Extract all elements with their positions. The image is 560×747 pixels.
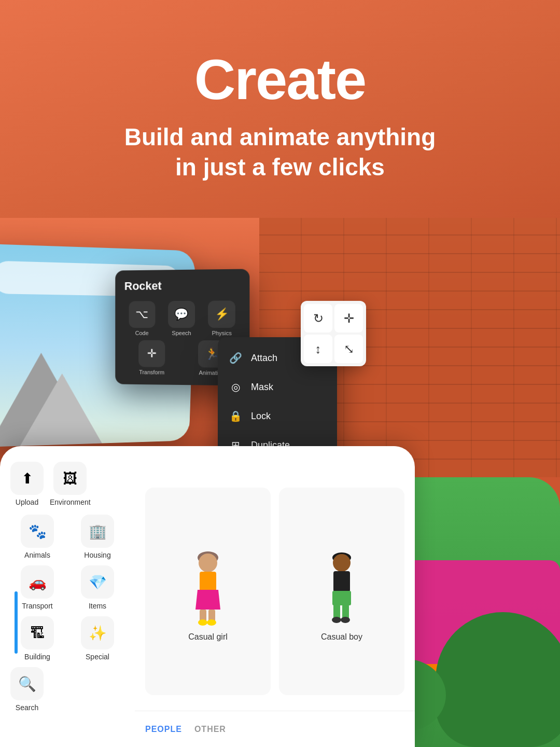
environment-icon: 🖼 (53, 462, 87, 495)
boy-svg (326, 548, 357, 626)
hero-title: Create (194, 46, 366, 112)
rotate-handle[interactable]: ↻ (304, 304, 332, 333)
physics-icon: ⚡ (208, 300, 235, 328)
sidebar-icons: ⬆ Upload 🖼 Environment 🐾 Animals 🏢 Housi… (0, 446, 135, 747)
upload-label: Upload (16, 498, 38, 506)
svg-rect-2 (200, 572, 216, 591)
special-icon: ✨ (81, 616, 114, 649)
lock-label: Lock (251, 411, 271, 422)
bottom-panel: ⬆ Upload 🖼 Environment 🐾 Animals 🏢 Housi… (0, 446, 415, 747)
svg-rect-11 (333, 604, 340, 619)
sidebar-search-row: 🔍 Search (10, 667, 124, 712)
girl-svg (192, 548, 223, 626)
move-handle[interactable]: ✛ (334, 304, 363, 333)
green-bush-right (436, 612, 560, 747)
items-icon: 💎 (81, 565, 114, 599)
animals-icon: 🐾 (21, 515, 54, 548)
rocket-icon-physics[interactable]: ⚡ Physics (204, 300, 240, 336)
svg-point-13 (332, 617, 341, 623)
sidebar-top-items: ⬆ Upload 🖼 Environment (10, 462, 124, 506)
hero-section: Create Build and animate anything in jus… (0, 0, 560, 218)
girl-name: Casual girl (188, 632, 228, 642)
scene-section: Rocket ⌥ Code 💬 Speech ⚡ Physics ✛ Trans… (0, 218, 560, 747)
svg-point-6 (207, 619, 216, 626)
rocket-icon-speech[interactable]: 💬 Speech (164, 301, 200, 336)
lock-icon: 🔒 (228, 409, 243, 423)
mask-label: Mask (251, 382, 273, 393)
housing-label: Housing (84, 551, 110, 559)
mountain-2 (20, 373, 103, 446)
boy-figure (326, 543, 357, 626)
hero-subtitle: Build and animate anything in just a few… (124, 122, 436, 182)
code-label: Code (135, 330, 149, 336)
sidebar-animals[interactable]: 🐾 Animals (10, 515, 64, 559)
bottom-tabs: PEOPLE OTHER (135, 711, 415, 747)
transform-label: Transform (139, 369, 164, 375)
sidebar-search[interactable]: 🔍 Search (10, 667, 44, 712)
up-down-handle[interactable]: ↕ (304, 335, 332, 363)
animals-label: Animals (24, 551, 50, 559)
sidebar-special[interactable]: ✨ Special (71, 616, 124, 661)
upload-icon: ⬆ (10, 462, 44, 495)
transport-icon: 🚗 (21, 565, 54, 599)
sidebar-row-3: 🏗 Building ✨ Special (10, 616, 124, 661)
transform-handles: ↻ ✛ ↕ ⤡ (301, 301, 366, 366)
character-card-girl[interactable]: Casual girl (145, 488, 271, 695)
girl-figure (192, 543, 223, 626)
tab-people[interactable]: PEOPLE (145, 725, 182, 734)
rocket-icon-transform[interactable]: ✛ Transform (124, 340, 179, 376)
context-mask[interactable]: ◎ Mask (218, 372, 337, 402)
transform-icon: ✛ (138, 340, 165, 367)
svg-rect-10 (332, 591, 351, 605)
search-icon: 🔍 (10, 667, 44, 700)
svg-rect-9 (333, 571, 350, 592)
building-label: Building (24, 653, 50, 661)
svg-rect-12 (342, 604, 349, 619)
attach-icon: 🔗 (228, 351, 243, 365)
speech-label: Speech (172, 330, 191, 336)
rocket-panel-title: Rocket (124, 279, 240, 293)
environment-label: Environment (50, 498, 91, 506)
character-card-boy[interactable]: Casual boy (279, 488, 404, 695)
rocket-icon-code[interactable]: ⌥ Code (124, 301, 160, 336)
housing-icon: 🏢 (81, 515, 114, 548)
svg-point-8 (333, 554, 351, 572)
search-label: Search (16, 703, 38, 712)
sidebar-building[interactable]: 🏗 Building (10, 616, 64, 661)
mask-icon: ◎ (228, 380, 243, 394)
items-label: Items (89, 602, 106, 610)
character-grid: Casual girl (135, 477, 415, 706)
rocket-icons-top: ⌥ Code 💬 Speech ⚡ Physics (124, 300, 240, 336)
physics-label: Physics (212, 330, 232, 336)
tab-other[interactable]: OTHER (194, 725, 226, 734)
attach-label: Attach (251, 353, 277, 364)
scale-handle[interactable]: ⤡ (334, 335, 363, 363)
transport-label: Transport (22, 602, 52, 610)
context-lock[interactable]: 🔒 Lock (218, 402, 337, 431)
code-icon: ⌥ (129, 301, 155, 328)
speech-icon: 💬 (168, 301, 195, 328)
special-label: Special (86, 653, 109, 661)
sidebar-environment[interactable]: 🖼 Environment (50, 462, 91, 506)
sidebar-row-1: 🐾 Animals 🏢 Housing (10, 515, 124, 559)
sidebar-row-2: 🚗 Transport 💎 Items (10, 565, 124, 610)
sidebar-housing[interactable]: 🏢 Housing (71, 515, 124, 559)
svg-point-14 (341, 617, 350, 623)
svg-point-1 (199, 554, 217, 572)
boy-name: Casual boy (321, 632, 362, 642)
building-icon: 🏗 (21, 616, 54, 649)
svg-point-5 (198, 619, 207, 626)
sidebar-upload[interactable]: ⬆ Upload (10, 462, 44, 506)
sidebar-items[interactable]: 💎 Items (71, 565, 124, 610)
sidebar-transport[interactable]: 🚗 Transport (10, 565, 64, 610)
